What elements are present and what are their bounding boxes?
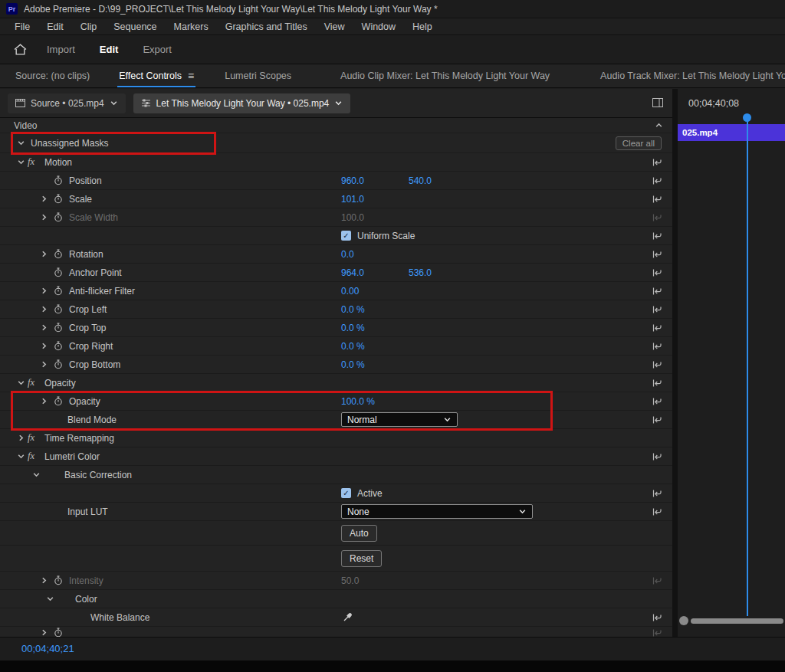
stopwatch-icon[interactable]	[51, 359, 66, 369]
fx-badge[interactable]: fx	[28, 377, 41, 388]
tab-audio-track-mixer-let-this-melody-light-your-way[interactable]: Audio Track Mixer: Let This Melody Light…	[599, 64, 785, 87]
anchor-point-param-value[interactable]: 964.0	[341, 267, 364, 278]
eyedropper-icon[interactable]	[343, 612, 353, 622]
scrollbar-bar[interactable]	[691, 618, 783, 624]
intensity-param-value[interactable]: 50.0	[341, 575, 359, 586]
reset-icon[interactable]	[651, 507, 663, 516]
reset-icon[interactable]	[651, 268, 663, 277]
anchor-point-param-value[interactable]: 536.0	[409, 267, 432, 278]
rotation-param-value[interactable]: 0.0	[341, 249, 354, 260]
reset-icon[interactable]	[651, 231, 663, 241]
fx-badge[interactable]: fx	[28, 451, 41, 462]
chevron-right-icon[interactable]	[37, 397, 51, 405]
reset-icon[interactable]	[651, 379, 663, 388]
fx-badge[interactable]: fx	[28, 156, 41, 168]
chevron-right-icon[interactable]	[37, 360, 51, 369]
menu-markers[interactable]: Markers	[166, 21, 217, 32]
timeline-ruler[interactable]: 00;04;40;08	[678, 89, 785, 124]
chevron-right-icon[interactable]	[37, 250, 51, 258]
input-lut-dropdown[interactable]: None	[341, 504, 533, 519]
playhead-handle[interactable]	[743, 113, 751, 122]
uniform-scale-checkbox[interactable]: ✓	[341, 231, 351, 241]
opacity-param-value[interactable]: 100.0 %	[341, 396, 375, 407]
stopwatch-icon[interactable]	[51, 628, 66, 637]
fx-badge[interactable]: fx	[28, 432, 41, 444]
stopwatch-icon[interactable]	[51, 194, 66, 204]
crop-left-param-value[interactable]: 0.0 %	[341, 304, 365, 315]
chevron-right-icon[interactable]	[37, 195, 51, 203]
active-check-checkbox[interactable]: ✓	[341, 488, 351, 498]
stopwatch-icon[interactable]	[51, 286, 66, 296]
position-param-value[interactable]: 960.0	[341, 175, 364, 186]
timeline-scrollbar[interactable]	[678, 616, 785, 626]
menu-edit[interactable]: Edit	[38, 21, 72, 32]
reset-icon[interactable]	[651, 342, 663, 351]
menu-help[interactable]: Help	[404, 21, 441, 32]
crop-bottom-param-value[interactable]: 0.0 %	[341, 359, 365, 370]
chevron-down-icon[interactable]	[14, 452, 28, 461]
reset-icon[interactable]	[651, 287, 663, 296]
menu-clip[interactable]: Clip	[72, 21, 106, 32]
menu-window[interactable]: Window	[353, 21, 404, 32]
menu-sequence[interactable]: Sequence	[105, 21, 165, 32]
scale-param-value[interactable]: 101.0	[341, 194, 364, 205]
reset-icon[interactable]	[651, 628, 663, 638]
reset-icon[interactable]	[651, 576, 663, 585]
workspace-export[interactable]: Export	[143, 44, 172, 55]
reset-icon[interactable]	[651, 213, 663, 222]
workspace-import[interactable]: Import	[47, 44, 75, 55]
anti-flicker-param-value[interactable]: 0.00	[341, 286, 359, 297]
chevron-down-icon[interactable]	[14, 379, 28, 387]
reset-icon[interactable]	[651, 158, 663, 167]
menu-file[interactable]: File	[6, 21, 38, 32]
stopwatch-icon[interactable]	[51, 212, 66, 222]
auto-button[interactable]: Auto	[341, 525, 377, 542]
stopwatch-icon[interactable]	[51, 341, 66, 351]
reset-icon[interactable]	[651, 452, 663, 461]
chevron-right-icon[interactable]	[14, 434, 28, 442]
reset-icon[interactable]	[651, 305, 663, 314]
chevron-right-icon[interactable]	[37, 305, 51, 313]
stopwatch-icon[interactable]	[51, 304, 66, 314]
position-param-value[interactable]: 540.0	[409, 175, 432, 186]
tab-lumetri-scopes[interactable]: Lumetri Scopes	[223, 64, 293, 87]
stopwatch-icon[interactable]	[51, 249, 66, 259]
panel-split-icon[interactable]	[652, 98, 663, 107]
crop-right-param-value[interactable]: 0.0 %	[341, 341, 365, 352]
clip-tab-sequence[interactable]: Let This Melody Light Your Way • 025.mp4	[133, 93, 351, 113]
chevron-right-icon[interactable]	[37, 576, 51, 585]
reset-icon[interactable]	[651, 489, 663, 498]
blend-mode-dropdown[interactable]: Normal	[341, 412, 458, 427]
chevron-right-icon[interactable]	[37, 287, 51, 295]
chevron-right-icon[interactable]	[37, 342, 51, 350]
stopwatch-icon[interactable]	[51, 323, 66, 333]
menu-graphics-and-titles[interactable]: Graphics and Titles	[217, 21, 316, 32]
scrollbar-knob[interactable]	[679, 616, 688, 625]
clip-tab-source[interactable]: Source • 025.mp4	[8, 93, 126, 113]
current-timecode[interactable]: 00;04;40;21	[21, 643, 74, 654]
reset-icon[interactable]	[651, 323, 663, 333]
reset-icon[interactable]	[651, 613, 663, 622]
reset-icon[interactable]	[651, 176, 663, 185]
home-icon[interactable]	[14, 44, 27, 55]
stopwatch-icon[interactable]	[51, 175, 66, 185]
collapse-icon[interactable]	[655, 121, 663, 129]
reset-icon[interactable]	[651, 250, 663, 259]
chevron-down-icon[interactable]	[29, 470, 43, 479]
stopwatch-icon[interactable]	[51, 575, 66, 585]
tab-effect-controls[interactable]: Effect Controls≡	[117, 64, 195, 87]
reset-button[interactable]: Reset	[341, 550, 382, 567]
chevron-down-icon[interactable]	[14, 158, 28, 166]
chevron-right-icon[interactable]	[37, 628, 51, 637]
chevron-down-icon[interactable]	[43, 595, 57, 603]
reset-icon[interactable]	[651, 195, 663, 204]
stopwatch-icon[interactable]	[51, 396, 66, 406]
scale-width-param-value[interactable]: 100.0	[341, 212, 364, 223]
reset-icon[interactable]	[651, 360, 663, 369]
crop-top-param-value[interactable]: 0.0 %	[341, 323, 365, 333]
tab-source-no-clips[interactable]: Source: (no clips)	[14, 64, 91, 87]
chevron-right-icon[interactable]	[37, 323, 51, 332]
tab-audio-clip-mixer-let-this-melody-light-your-way[interactable]: Audio Clip Mixer: Let This Melody Light …	[339, 64, 551, 87]
playhead[interactable]	[747, 120, 748, 616]
clear-all-button[interactable]: Clear all	[616, 136, 662, 150]
